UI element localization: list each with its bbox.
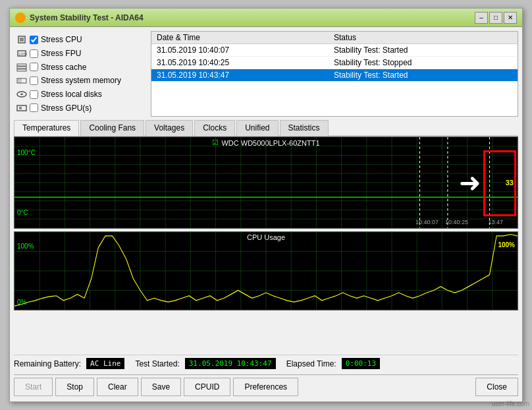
- log-status-1: Stability Test: Started: [329, 44, 518, 57]
- main-window: System Stability Test - AIDA64 – □ ✕ Str…: [9, 8, 523, 402]
- stress-cpu-item: Stress CPU: [16, 34, 143, 46]
- stress-fpu-label: Stress FPU: [41, 49, 81, 58]
- tab-statistics[interactable]: Statistics: [280, 120, 329, 136]
- svg-point-12: [20, 94, 23, 95]
- temperature-chart: ☑ WDC WD5000LPLX-60ZNTT1: [14, 136, 518, 229]
- gpu-icon: [16, 103, 27, 113]
- start-button[interactable]: Start: [14, 378, 53, 396]
- save-button[interactable]: Save: [141, 378, 181, 396]
- log-datetime-2: 31.05.2019 10:40:25: [151, 57, 329, 69]
- tab-cooling-fans[interactable]: Cooling Fans: [80, 120, 144, 136]
- test-started-value: 31.05.2019 10:43:47: [185, 358, 276, 369]
- chart-y-min: 0°C: [17, 209, 28, 216]
- svg-rect-1: [20, 38, 24, 42]
- temperature-chart-svg: [14, 137, 518, 228]
- tab-voltages[interactable]: Voltages: [146, 120, 193, 136]
- log-table: Date & Time Status 31.05.2019 10:40:07 S…: [151, 32, 518, 82]
- log-col-status: Status: [329, 32, 518, 44]
- stress-memory-checkbox[interactable]: [30, 76, 38, 85]
- svg-rect-6: [17, 69, 26, 71]
- main-content: Stress CPU FPU Stress FPU Stress cache: [10, 27, 522, 401]
- memory-icon: [16, 75, 27, 86]
- cpu-chart-svg: [14, 232, 518, 310]
- window-controls: – □ ✕: [475, 12, 517, 24]
- log-datetime-3: 31.05.2019 10:43:47: [151, 69, 329, 82]
- stress-cpu-checkbox[interactable]: [30, 36, 38, 44]
- status-bar: Remaining Battery: AC Line Test Started:…: [14, 355, 518, 372]
- window-title: System Stability Test - AIDA64: [30, 13, 475, 22]
- svg-text:FPU: FPU: [19, 52, 27, 56]
- stress-cpu-label: Stress CPU: [41, 35, 82, 44]
- stress-fpu-checkbox[interactable]: [30, 49, 38, 58]
- tab-unified[interactable]: Unified: [236, 120, 278, 136]
- stress-gpu-label: Stress GPU(s): [41, 103, 92, 113]
- log-status-3: Stability Test: Started: [329, 69, 518, 82]
- stress-gpu-item: Stress GPU(s): [16, 102, 143, 114]
- watermark: user-life.com: [492, 400, 529, 407]
- elapsed-label: Elapsed Time:: [286, 359, 336, 368]
- stress-disks-item: Stress local disks: [16, 88, 143, 101]
- tab-clocks[interactable]: Clocks: [194, 120, 235, 136]
- tab-temperatures-content: ☑ WDC WD5000LPLX-60ZNTT1: [14, 136, 518, 351]
- chart-bottom-y-max: 100%: [17, 243, 34, 250]
- time-label-3: 13:47: [488, 219, 503, 225]
- stress-disks-label: Stress local disks: [41, 90, 102, 99]
- stress-cache-checkbox[interactable]: [30, 63, 38, 71]
- chart-bottom-value-right: 100%: [498, 241, 515, 249]
- close-window-button[interactable]: Close: [475, 378, 518, 396]
- log-datetime-1: 31.05.2019 10:40:07: [151, 44, 329, 57]
- cpu-usage-chart: CPU Usage: [14, 231, 518, 310]
- log-status-2: Stability Test: Stopped: [329, 57, 518, 69]
- table-row: 31.05.2019 10:40:25 Stability Test: Stop…: [151, 57, 518, 69]
- stress-cache-item: Stress cache: [16, 61, 143, 73]
- disk-icon: [16, 89, 27, 100]
- tab-bar: Temperatures Cooling Fans Voltages Clock…: [14, 119, 518, 136]
- log-col-datetime: Date & Time: [151, 32, 329, 44]
- top-section: Stress CPU FPU Stress FPU Stress cache: [14, 31, 518, 117]
- svg-rect-5: [17, 67, 26, 69]
- time-label-2: 10:40:25: [445, 219, 468, 225]
- svg-rect-4: [17, 64, 26, 66]
- battery-value: AC Line: [86, 358, 124, 369]
- minimize-button[interactable]: –: [475, 12, 488, 24]
- stress-disks-checkbox[interactable]: [30, 90, 38, 99]
- titlebar: System Stability Test - AIDA64 – □ ✕: [10, 9, 522, 27]
- cpu-icon: [16, 34, 27, 45]
- elapsed-value: 0:00:13: [342, 358, 380, 369]
- test-started-label: Test Started:: [135, 359, 179, 368]
- stop-button[interactable]: Stop: [55, 378, 94, 396]
- tabs-section: Temperatures Cooling Fans Voltages Clock…: [14, 119, 518, 351]
- fpu-icon: FPU: [16, 48, 27, 59]
- maximize-button[interactable]: □: [489, 12, 502, 24]
- chart-bottom-y-min: 0%: [17, 299, 26, 306]
- close-button[interactable]: ✕: [504, 12, 517, 24]
- stress-fpu-item: FPU Stress FPU: [16, 47, 143, 60]
- table-row: 31.05.2019 10:40:07 Stability Test: Star…: [151, 44, 518, 57]
- table-row-highlighted: 31.05.2019 10:43:47 Stability Test: Star…: [151, 69, 518, 82]
- stress-options-panel: Stress CPU FPU Stress FPU Stress cache: [14, 31, 146, 117]
- preferences-button[interactable]: Preferences: [233, 378, 298, 396]
- svg-rect-14: [19, 107, 22, 109]
- chart-y-max: 100°C: [17, 149, 36, 156]
- tab-temperatures[interactable]: Temperatures: [14, 120, 79, 136]
- button-bar: Start Stop Clear Save CPUID Preferences …: [14, 374, 518, 397]
- log-panel: Date & Time Status 31.05.2019 10:40:07 S…: [151, 31, 518, 117]
- stress-memory-label: Stress system memory: [41, 76, 121, 85]
- stress-gpu-checkbox[interactable]: [30, 103, 38, 112]
- temperature-value-label: 33: [506, 179, 514, 187]
- battery-label: Remaining Battery:: [14, 359, 81, 368]
- stress-cache-label: Stress cache: [41, 63, 86, 72]
- cpuid-button[interactable]: CPUID: [184, 378, 230, 396]
- cache-icon: [16, 62, 27, 73]
- clear-button[interactable]: Clear: [97, 378, 138, 396]
- time-label-1: 10:40:07: [415, 219, 439, 225]
- stress-memory-item: Stress system memory: [16, 74, 143, 87]
- app-icon: [15, 13, 26, 23]
